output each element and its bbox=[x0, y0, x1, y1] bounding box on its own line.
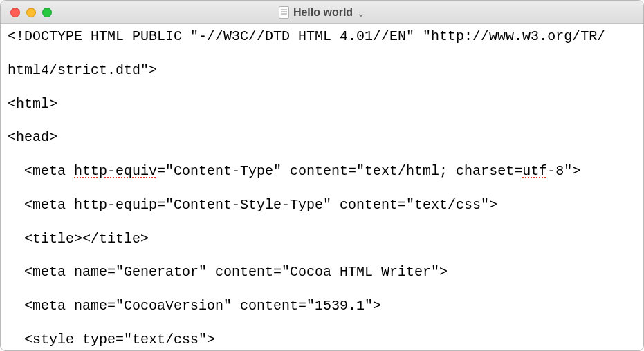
code-text[interactable]: <html> bbox=[8, 96, 57, 112]
app-window: Hello world ⌄ <!DOCTYPE HTML PUBLIC "-//… bbox=[0, 0, 644, 351]
code-line[interactable]: <head> bbox=[8, 129, 638, 146]
code-text[interactable]: <meta name="Generator" content="Cocoa HT… bbox=[8, 264, 448, 280]
code-line[interactable]: <title></title> bbox=[8, 231, 638, 247]
code-text[interactable]: <meta http-equip="Content-Style-Type" co… bbox=[8, 197, 497, 213]
title-center: Hello world ⌄ bbox=[1, 6, 643, 19]
code-text[interactable]: -8"> bbox=[547, 163, 580, 179]
code-text[interactable]: ="Content-Type" content="text/html; char… bbox=[157, 163, 522, 179]
code-line[interactable]: <meta http-equip="Content-Style-Type" co… bbox=[8, 197, 638, 214]
code-text[interactable]: <meta bbox=[8, 163, 74, 179]
code-editor[interactable]: <!DOCTYPE HTML PUBLIC "-//W3C//DTD HTML … bbox=[1, 24, 643, 350]
code-text[interactable]: html4/strict.dtd"> bbox=[8, 62, 157, 78]
code-line[interactable]: <meta name="CocoaVersion" content="1539.… bbox=[8, 298, 638, 314]
code-text[interactable]: <style type="text/css"> bbox=[8, 332, 215, 348]
code-line[interactable]: <html> bbox=[8, 96, 638, 113]
chevron-down-icon[interactable]: ⌄ bbox=[357, 8, 365, 18]
document-icon[interactable] bbox=[279, 6, 289, 19]
code-line[interactable]: <style type="text/css"> bbox=[8, 332, 638, 348]
code-text[interactable]: <!DOCTYPE HTML PUBLIC "-//W3C//DTD HTML … bbox=[8, 28, 605, 44]
zoom-button[interactable] bbox=[42, 8, 52, 17]
code-line[interactable]: <meta http-equiv="Content-Type" content=… bbox=[8, 163, 638, 180]
code-text[interactable]: <head> bbox=[8, 129, 57, 145]
close-button[interactable] bbox=[10, 8, 20, 17]
titlebar[interactable]: Hello world ⌄ bbox=[1, 1, 643, 24]
minimize-button[interactable] bbox=[26, 8, 36, 17]
code-line[interactable]: <meta name="Generator" content="Cocoa HT… bbox=[8, 264, 638, 281]
code-line[interactable]: html4/strict.dtd"> bbox=[8, 62, 638, 79]
traffic-lights bbox=[1, 8, 52, 17]
window-title[interactable]: Hello world bbox=[293, 6, 353, 19]
spellcheck-flag[interactable]: utf bbox=[522, 163, 547, 179]
spellcheck-flag[interactable]: http-equiv bbox=[74, 163, 157, 179]
code-line[interactable]: <!DOCTYPE HTML PUBLIC "-//W3C//DTD HTML … bbox=[8, 28, 638, 45]
code-text[interactable]: <title></title> bbox=[8, 231, 149, 247]
code-text[interactable]: <meta name="CocoaVersion" content="1539.… bbox=[8, 298, 381, 314]
